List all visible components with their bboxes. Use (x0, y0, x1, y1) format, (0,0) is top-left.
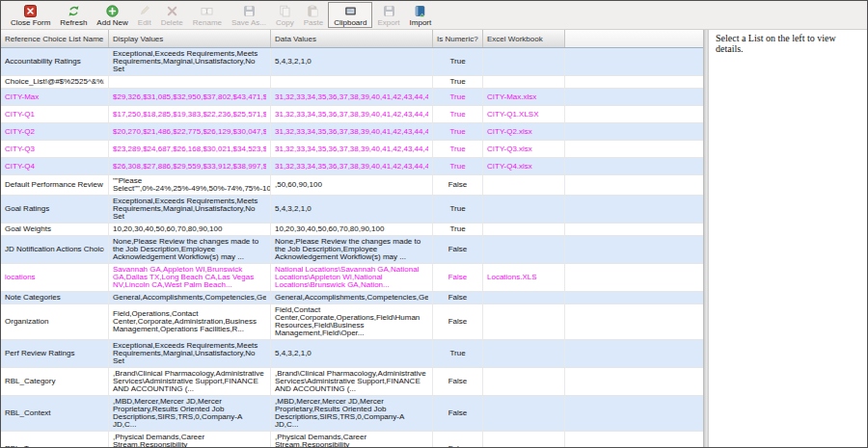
table-row[interactable]: CITY-Q1$17,250,$18,285,$19,383,$22,236,$… (1, 106, 703, 123)
edit-button: Edit (133, 2, 156, 28)
column-header-is-numeric[interactable]: Is Numeric? (433, 30, 483, 47)
cell-list-name: Goal Ratings (1, 196, 109, 223)
toolbar-button-label: Add New (96, 18, 127, 27)
cell-is-numeric-text: True (437, 350, 478, 357)
cell-excel-workbook-text: Locations.XLS (487, 274, 560, 281)
table-row[interactable]: CITY-Q3$23,289,$24,687,$26,168,$30,021,$… (1, 141, 703, 158)
clipboard-button[interactable]: Clipboard (328, 2, 372, 28)
cell-list-name-text: Choice_List!@#$%2525^&%252A (5, 78, 104, 86)
cell-excel-workbook-text: CITY-Max.xlsx (487, 93, 560, 101)
cell-data-values: 10,20,30,40,50,60,70,80,90,100 (271, 224, 433, 235)
cell-empty (565, 340, 703, 367)
table-row[interactable]: OrganizationField,Operations,Contact Cen… (1, 304, 703, 340)
table-row[interactable]: CITY-Q2$20,270,$21,486,$22,775,$26,129,$… (1, 123, 703, 141)
cell-list-name: Organization (1, 304, 109, 339)
cell-data-values: 31,32,33,34,35,36,37,38,39,40,41,42,43,4… (271, 158, 433, 174)
cell-display-values: ,Brand\Clinical Pharmacology,Administrat… (109, 368, 271, 395)
choice-lists-window: Close FormRefreshAdd NewEditDeleteRename… (0, 0, 868, 448)
close-form-icon (24, 5, 37, 17)
table-row[interactable]: Accountability RatingsExceptional,Exceed… (1, 48, 703, 76)
table-row[interactable]: CITY-Q4$26,308,$27,886,$29,559,$33,912,$… (1, 158, 703, 175)
rename-button: Rename (188, 2, 227, 28)
column-header-data-values[interactable]: Data Values (271, 30, 433, 47)
table-row[interactable]: Choice_List!@#$%2525^&%252ATrue (1, 76, 703, 89)
table-row[interactable]: RBL_Type,Physical Demands,Career Stream,… (1, 432, 703, 447)
cell-display-values-text: Field,Operations,Contact Center,Corporat… (113, 310, 266, 333)
cell-excel-workbook: CITY-Q2.xlsx (483, 123, 565, 140)
cell-list-name: Goal Weights (1, 224, 109, 235)
cell-excel-workbook (483, 224, 565, 235)
table-row[interactable]: locationsSavannah GA,Appleton WI,Brunswi… (1, 264, 703, 292)
cell-data-values-text: ,Brand\Clinical Pharmacology,Administrat… (275, 370, 428, 393)
cell-display-values: General,Accomplishments,Competencies,Gen… (109, 292, 271, 303)
cell-list-name: CITY-Q2 (1, 123, 109, 140)
clipboard-icon (344, 5, 357, 17)
close-form-button[interactable]: Close Form (6, 2, 55, 28)
cell-display-values-text: Savannah GA,Appleton WI,Brunswick GA,Dal… (113, 266, 266, 289)
column-header-reference-choice-list-name[interactable]: Reference Choice List Name (1, 30, 109, 47)
cell-display-values: Exceptional,Exceeds Requirements,Meets R… (109, 340, 271, 367)
table-row[interactable]: Goal RatingsExceptional,Exceeds Requirem… (1, 196, 703, 224)
column-header-excel-workbook[interactable]: Excel Workbook (483, 30, 565, 47)
toolbar: Close FormRefreshAdd NewEditDeleteRename… (1, 1, 867, 30)
cell-display-values-text: $23,289,$24,687,$26,168,$30,021,$34,523,… (113, 145, 266, 153)
cell-data-values: 5,4,3,2,1,0 (271, 196, 433, 223)
cell-display-values-text: $29,326,$31,085,$32,950,$37,802,$43,471,… (113, 93, 266, 101)
refresh-button[interactable]: Refresh (55, 2, 92, 28)
cell-data-values: 31,32,33,34,35,36,37,38,39,40,41,42,43,4… (271, 141, 433, 157)
cell-excel-workbook: CITY-Q3.xlsx (483, 141, 565, 157)
toolbar-button-label: Rename (193, 18, 222, 27)
cell-empty (565, 224, 703, 235)
cell-data-values: 5,4,3,2,1,0 (271, 340, 433, 367)
cell-list-name: CITY-Q3 (1, 141, 109, 157)
cell-display-values-text: ,MBD,Mercer,Mercer JD,Mercer Proprietary… (113, 398, 266, 429)
cell-is-numeric: True (433, 340, 483, 367)
table-row[interactable]: RBL_Context,MBD,Mercer,Mercer JD,Mercer … (1, 396, 703, 432)
table-row[interactable]: Perf Review RatingsExceptional,Exceeds R… (1, 340, 703, 368)
table-row[interactable]: Goal Weights10,20,30,40,50,60,70,80,90,1… (1, 224, 703, 236)
cell-display-values-text: $20,270,$21,486,$22,775,$26,129,$30,047,… (113, 128, 266, 136)
table-row[interactable]: CITY-Max$29,326,$31,085,$32,950,$37,802,… (1, 89, 703, 106)
cell-list-name-text: Organization (5, 318, 104, 326)
cell-data-values-text: ,Physical Demands,Career Stream,Responsi… (275, 434, 428, 447)
table-row[interactable]: Note CategoriesGeneral,Accomplishments,C… (1, 292, 703, 304)
table-row[interactable]: Default Performance Review""Please Selec… (1, 175, 703, 196)
cell-list-name: CITY-Max (1, 89, 109, 105)
cell-list-name: JD Notification Actions Choice List (1, 236, 109, 263)
cell-list-name-text: Default Performance Review (5, 181, 104, 189)
table-row[interactable]: JD Notification Actions Choice ListNone,… (1, 236, 703, 264)
cell-is-numeric-text: False (437, 274, 478, 281)
column-header-label: Data Values (275, 35, 316, 43)
cell-list-name-text: CITY-Max (5, 93, 104, 101)
add-new-icon (106, 5, 119, 17)
cell-data-values-text: ,MBD,Mercer,Mercer JD,Mercer Proprietary… (275, 398, 428, 429)
cell-is-numeric: True (433, 141, 483, 157)
cell-list-name: CITY-Q1 (1, 106, 109, 122)
cell-list-name-text: CITY-Q2 (5, 128, 104, 136)
cell-display-values-text: ,Brand\Clinical Pharmacology,Administrat… (113, 370, 266, 393)
column-header-display-values[interactable]: Display Values (109, 30, 271, 47)
cell-data-values-text: General,Accomplishments,Competencies,Gen… (275, 294, 428, 302)
cell-empty (565, 196, 703, 223)
cell-display-values: Exceptional,Exceeds Requirements,Meets R… (109, 48, 271, 75)
cell-list-name: Choice_List!@#$%2525^&%252A (1, 76, 109, 88)
rename-icon (201, 5, 213, 17)
cell-is-numeric-text: False (437, 318, 478, 326)
cell-data-values: 31,32,33,34,35,36,37,38,39,40,41,42,43,4… (271, 106, 433, 122)
cell-data-values-text: 31,32,33,34,35,36,37,38,39,40,41,42,43,4… (275, 145, 428, 153)
import-button[interactable]: Import (405, 2, 437, 28)
vertical-scrollbar[interactable] (703, 30, 709, 447)
cell-list-name-text: CITY-Q4 (5, 163, 104, 171)
column-header-label: Reference Choice List Name (5, 35, 103, 43)
cell-is-numeric: False (433, 236, 483, 263)
table-row[interactable]: RBL_Category,Brand\Clinical Pharmacology… (1, 368, 703, 396)
cell-display-values: $29,326,$31,085,$32,950,$37,802,$43,471,… (109, 89, 271, 105)
cell-empty (565, 264, 703, 291)
cell-display-values: None,Please Review the changes made to t… (109, 236, 271, 263)
cell-empty (565, 175, 703, 195)
cell-empty (565, 292, 703, 303)
cell-data-values-text: National Locations\Savannah GA,National … (275, 266, 428, 289)
cell-list-name: Accountability Ratings (1, 48, 109, 75)
add-new-button[interactable]: Add New (92, 2, 132, 28)
cell-display-values: $23,289,$24,687,$26,168,$30,021,$34,523,… (109, 141, 271, 157)
